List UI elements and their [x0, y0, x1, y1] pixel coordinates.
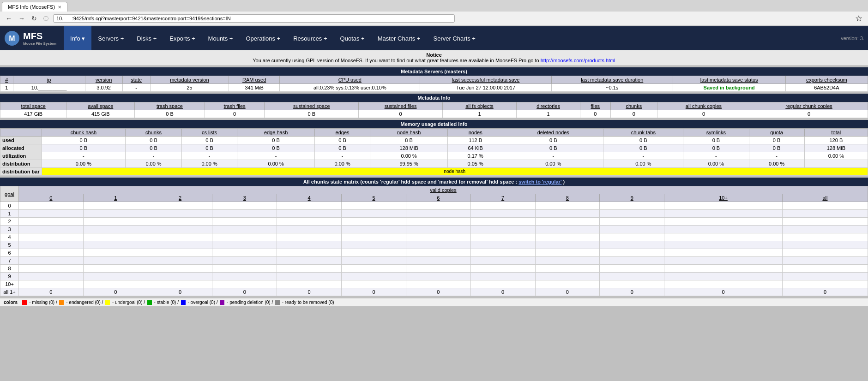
matrix-cell: [277, 273, 342, 280]
nav-item-exports[interactable]: Exports +: [163, 26, 201, 50]
cell-version: 3.0.92: [85, 84, 122, 92]
matrix-cell: [406, 210, 470, 218]
col-7: 7: [470, 194, 535, 202]
tab-close-icon[interactable]: ✕: [58, 5, 61, 10]
matrix-cell: [277, 265, 342, 273]
matrix-cell: [212, 202, 277, 210]
url-input[interactable]: [53, 14, 455, 23]
matrix-all-label: all 1+: [0, 288, 19, 296]
matrix-cell: [342, 249, 406, 257]
matrix-all-cell: 0: [83, 288, 148, 296]
forward-button[interactable]: →: [17, 14, 27, 23]
val-avail-space: 415 GiB: [66, 110, 135, 118]
browser-tab[interactable]: MFS Info (MooseFS) ✕: [2, 2, 67, 12]
matrix-cell: [212, 218, 277, 226]
col-num: #: [0, 76, 13, 84]
matrix-cell: [83, 257, 148, 265]
matrix-cell: [19, 226, 84, 233]
color-undergoal-icon: [105, 300, 110, 305]
matrix-cell: [212, 210, 277, 218]
nav-item-mounts[interactable]: Mounts +: [202, 26, 240, 50]
notice-link[interactable]: http://moosefs.com/products.html: [541, 58, 615, 63]
memory-allocated-row: allocated 0 B 0 B 0 B 0 B 0 B 128 MiB 64…: [0, 144, 868, 152]
label-distribution-bar: distribution bar: [0, 168, 42, 176]
memory-distribution-bar-row: distribution bar node hash: [0, 168, 868, 176]
val-sustained-space: 0 B: [265, 110, 359, 118]
chunks-matrix-link[interactable]: switch to 'regular': [518, 179, 561, 185]
memory-used-row: used 0 B 0 B 0 B 0 B 0 B 8 B 112 B 0 B 0…: [0, 137, 868, 144]
matrix-cell: [664, 226, 783, 233]
matrix-row: 10+: [0, 280, 868, 288]
nav-item-operations[interactable]: Operations +: [239, 26, 287, 50]
col-goal: goal: [0, 186, 19, 202]
matrix-row: 4: [0, 233, 868, 241]
matrix-cell: [782, 265, 868, 273]
matrix-cell: [782, 257, 868, 265]
matrix-cell: [600, 218, 664, 226]
nav-item-quotas[interactable]: Quotas +: [334, 26, 371, 50]
metadata-info-section: Metadata Info total space avail space tr…: [0, 94, 868, 118]
matrix-cell: [83, 273, 148, 280]
matrix-goal-cell: 3: [0, 226, 19, 233]
val-used-chunks: 0 B: [126, 137, 182, 144]
nav-item-disks[interactable]: Disks +: [130, 26, 163, 50]
col-edges: edges: [315, 129, 370, 137]
matrix-cell: [600, 241, 664, 249]
val-used-node-hash: 8 B: [370, 137, 448, 144]
distribution-bar-cell: node hash: [42, 168, 868, 176]
matrix-all-cell: 0: [19, 288, 84, 296]
cell-save-duration: ~0.1s: [551, 84, 673, 92]
matrix-cell: [342, 241, 406, 249]
matrix-cell: [83, 249, 148, 257]
val-trash-space: 0 B: [135, 110, 205, 118]
matrix-goal-cell: 7: [0, 257, 19, 265]
color-overgoal-icon: [181, 300, 186, 305]
chunks-matrix-header: All chunks state matrix (counts 'regular…: [0, 178, 868, 186]
col-save-status: last metadata save status: [673, 76, 785, 84]
nav-item-info[interactable]: Info ▾: [64, 26, 91, 50]
matrix-cell: [406, 280, 470, 288]
val-used-symlinks: 0 B: [683, 137, 749, 144]
tab-title: MFS Info (MooseFS): [8, 4, 55, 10]
matrix-row: 9: [0, 273, 868, 280]
color-ready-icon: [275, 300, 280, 305]
app-logo: M MFS Moose File System: [4, 30, 56, 47]
nav-item-servers[interactable]: Servers +: [91, 26, 130, 50]
matrix-cell: [535, 249, 600, 257]
back-button[interactable]: ←: [4, 14, 14, 23]
matrix-cell: [470, 202, 535, 210]
matrix-cell: [148, 210, 212, 218]
color-undergoal-label: - undergoal (0) /: [112, 300, 146, 305]
metadata-servers-section: Metadata Servers (masters) # ip version …: [0, 67, 868, 92]
matrix-row: 6: [0, 249, 868, 257]
matrix-cell: [212, 233, 277, 241]
matrix-all-cell: 0: [535, 288, 600, 296]
val-used-edges: 0 B: [315, 137, 370, 144]
matrix-cell: [19, 233, 84, 241]
matrix-cell: [19, 280, 84, 288]
reload-button[interactable]: ↻: [30, 14, 39, 23]
matrix-cell: [83, 233, 148, 241]
matrix-all-cell: 0: [664, 288, 783, 296]
memory-usage-header: Memory usage detailed info: [0, 120, 868, 128]
col-ram-used: RAM used: [229, 76, 280, 84]
notice-text: You are currently using GPL version of M…: [4, 58, 864, 63]
cell-save-status: Saved in background: [673, 84, 785, 92]
nav-item-resources[interactable]: Resources +: [287, 26, 333, 50]
label-utilization: utilization: [0, 152, 42, 160]
col-empty: [0, 129, 42, 137]
metadata-servers-table: # ip version state metadata version RAM …: [0, 76, 868, 92]
matrix-cell: [19, 249, 84, 257]
nav-item-master-charts[interactable]: Master Charts +: [371, 26, 427, 50]
matrix-cell: [600, 257, 664, 265]
matrix-cell: [470, 249, 535, 257]
matrix-cell: [782, 233, 868, 241]
nav-item-server-charts[interactable]: Server Charts +: [427, 26, 482, 50]
matrix-goal-cell: 5: [0, 241, 19, 249]
col-ip: ip: [13, 76, 85, 84]
col-6: 6: [406, 194, 470, 202]
matrix-goal-cell: 8: [0, 265, 19, 273]
col-chunk-hash: chunk hash: [42, 129, 125, 137]
val-trash-files: 0: [205, 110, 264, 118]
col-chunk-tabs: chunk tabs: [603, 129, 683, 137]
